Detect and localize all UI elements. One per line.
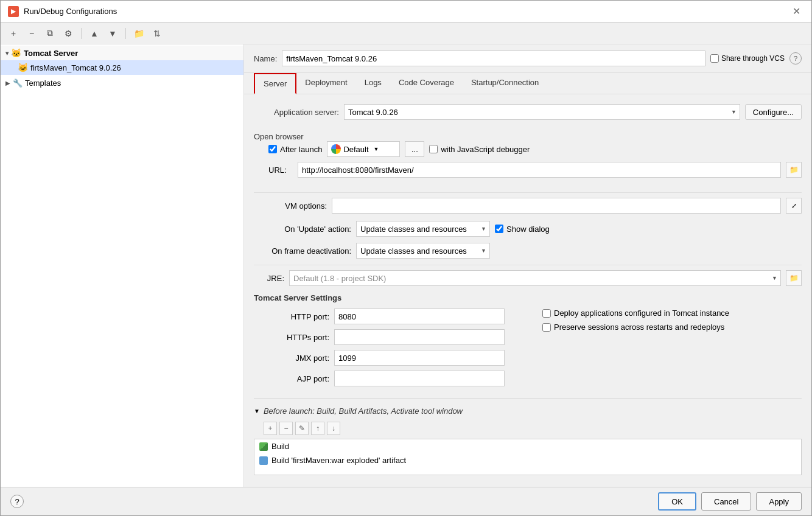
- build-icon: [259, 442, 268, 451]
- before-launch-header[interactable]: ▼ Before launch: Build, Build Artifacts,…: [254, 404, 802, 418]
- help-icon[interactable]: ?: [789, 52, 802, 64]
- after-launch-row: After launch Default ▼ ... with JavaScri…: [254, 141, 802, 157]
- bottom-right: OK Cancel Apply: [658, 492, 802, 511]
- deploy-tomcat-checkbox[interactable]: [542, 309, 551, 318]
- build-list: Build Build 'firstMaven:war exploded' ar…: [254, 439, 802, 475]
- chrome-icon: [331, 144, 341, 154]
- js-debugger-label: with JavaScript debugger: [441, 145, 530, 154]
- app-server-select[interactable]: Tomcat 9.0.26: [344, 104, 740, 120]
- jre-label: JRE:: [254, 274, 284, 283]
- share-vcs-checkbox[interactable]: [710, 54, 719, 63]
- tomcat-settings-grid: HTTP port: HTTPs port: JMX port:: [254, 309, 802, 391]
- folder-button[interactable]: 📁: [131, 26, 147, 41]
- before-launch-edit-button[interactable]: ✎: [295, 422, 309, 435]
- share-through-vcs[interactable]: Share through VCS: [710, 54, 785, 63]
- url-label: URL:: [268, 166, 293, 175]
- after-launch-label: After launch: [280, 145, 322, 154]
- on-update-select[interactable]: Update classes and resources: [356, 221, 490, 237]
- js-debugger-checkbox-label[interactable]: with JavaScript debugger: [429, 145, 530, 154]
- title-bar: ▶ Run/Debug Configurations ✕: [1, 1, 811, 23]
- close-button[interactable]: ✕: [789, 4, 804, 18]
- preserve-sessions-text: Preserve sessions across restarts and re…: [554, 322, 724, 332]
- templates-item[interactable]: ▶ 🔧 Templates: [1, 76, 243, 90]
- name-input[interactable]: [282, 51, 705, 66]
- browser-ellipsis-button[interactable]: ...: [405, 141, 424, 157]
- jre-select[interactable]: Default (1.8 - project SDK): [289, 270, 781, 286]
- help-button[interactable]: ?: [10, 495, 24, 508]
- sidebar: ▾ 🐱 Tomcat Server 🐱 firtsMaven_Tomcat 9.…: [1, 44, 244, 487]
- build-item-build-label: Build: [271, 442, 289, 451]
- before-launch-add-button[interactable]: +: [264, 422, 277, 435]
- http-port-input[interactable]: [334, 309, 505, 324]
- sidebar-item-firtsmaven[interactable]: 🐱 firtsMaven_Tomcat 9.0.26: [1, 60, 243, 75]
- jmx-port-input[interactable]: [334, 350, 505, 366]
- before-launch-remove-button[interactable]: −: [279, 422, 293, 435]
- tab-deployment[interactable]: Deployment: [296, 73, 355, 94]
- show-dialog-checkbox-label[interactable]: Show dialog: [495, 225, 550, 234]
- ok-button[interactable]: OK: [658, 492, 696, 511]
- sidebar-item-firtsmaven-label: firtsMaven_Tomcat 9.0.26: [30, 63, 121, 72]
- ajp-port-label: AJP port:: [268, 374, 329, 383]
- on-frame-label: On frame deactivation:: [254, 246, 351, 256]
- http-port-row: HTTP port:: [268, 309, 528, 324]
- add-config-button[interactable]: +: [5, 26, 21, 41]
- before-launch-actions: + − ✎ ↑ ↓: [254, 422, 802, 435]
- tomcat-server-header[interactable]: ▾ 🐱 Tomcat Server: [1, 46, 243, 60]
- browser-label: Default: [343, 145, 368, 154]
- sort-button[interactable]: ⇅: [149, 26, 165, 41]
- tab-server[interactable]: Server: [254, 73, 296, 94]
- name-row: Name: Share through VCS ?: [244, 44, 811, 73]
- configure-button[interactable]: Configure...: [745, 104, 802, 120]
- tomcat-server-group: ▾ 🐱 Tomcat Server 🐱 firtsMaven_Tomcat 9.…: [1, 44, 243, 76]
- preserve-sessions-checkbox[interactable]: [542, 323, 551, 332]
- bottom-bar: ? OK Cancel Apply: [1, 487, 811, 515]
- tab-code-coverage[interactable]: Code Coverage: [390, 73, 463, 94]
- after-launch-checkbox-label[interactable]: After launch: [268, 145, 322, 154]
- tabs-bar: Server Deployment Logs Code Coverage Sta…: [244, 73, 811, 94]
- cancel-button[interactable]: Cancel: [701, 492, 751, 511]
- on-frame-select[interactable]: Update classes and resources: [356, 243, 490, 259]
- js-debugger-checkbox[interactable]: [429, 145, 438, 153]
- ajp-port-row: AJP port:: [268, 371, 528, 386]
- artifact-icon: [259, 456, 268, 465]
- move-up-button[interactable]: ▲: [86, 26, 102, 41]
- toolbar-divider-2: [125, 28, 126, 39]
- app-server-label: Application server:: [254, 108, 339, 117]
- jmx-port-row: JMX port:: [268, 350, 528, 366]
- show-dialog-checkbox[interactable]: [495, 225, 503, 233]
- tomcat-chevron-icon: ▾: [5, 50, 9, 57]
- tab-logs[interactable]: Logs: [356, 73, 390, 94]
- vm-options-input[interactable]: [332, 198, 781, 214]
- https-port-input[interactable]: [334, 329, 505, 345]
- show-dialog-label: Show dialog: [506, 225, 550, 234]
- url-folder-button[interactable]: 📁: [786, 162, 802, 178]
- copy-config-button[interactable]: ⧉: [42, 26, 58, 41]
- vm-expand-button[interactable]: ⤢: [786, 198, 802, 214]
- move-down-button[interactable]: ▼: [105, 26, 121, 41]
- before-launch-up-button[interactable]: ↑: [311, 422, 324, 435]
- divider-2: [254, 265, 802, 265]
- url-row: URL: 📁: [254, 162, 802, 178]
- https-port-row: HTTPs port:: [268, 329, 528, 345]
- build-item-artifact[interactable]: Build 'firstMaven:war exploded' artifact: [254, 453, 801, 467]
- vm-options-label: VM options:: [254, 201, 327, 211]
- settings-button[interactable]: ⚙: [60, 26, 76, 41]
- templates-chevron-icon: ▶: [5, 80, 10, 86]
- ajp-port-input[interactable]: [334, 371, 505, 386]
- remove-config-button[interactable]: −: [24, 26, 40, 41]
- deploy-tomcat-label[interactable]: Deploy applications configured in Tomcat…: [542, 309, 802, 318]
- build-item-artifact-label: Build 'firstMaven:war exploded' artifact: [271, 456, 406, 465]
- before-launch-down-button[interactable]: ↓: [327, 422, 340, 435]
- apply-button[interactable]: Apply: [756, 492, 802, 511]
- after-launch-checkbox[interactable]: [268, 145, 277, 153]
- tab-startup-connection[interactable]: Startup/Connection: [463, 73, 547, 94]
- tomcat-settings-title: Tomcat Server Settings: [254, 293, 802, 302]
- build-item-build[interactable]: Build: [254, 439, 801, 453]
- url-input[interactable]: [298, 162, 781, 178]
- jre-folder-button[interactable]: 📁: [786, 270, 802, 286]
- on-update-label: On 'Update' action:: [254, 225, 351, 234]
- browser-dropdown[interactable]: Default ▼: [327, 141, 400, 157]
- preserve-sessions-label[interactable]: Preserve sessions across restarts and re…: [542, 322, 802, 332]
- divider-1: [254, 192, 802, 193]
- toolbar-divider-1: [81, 28, 82, 39]
